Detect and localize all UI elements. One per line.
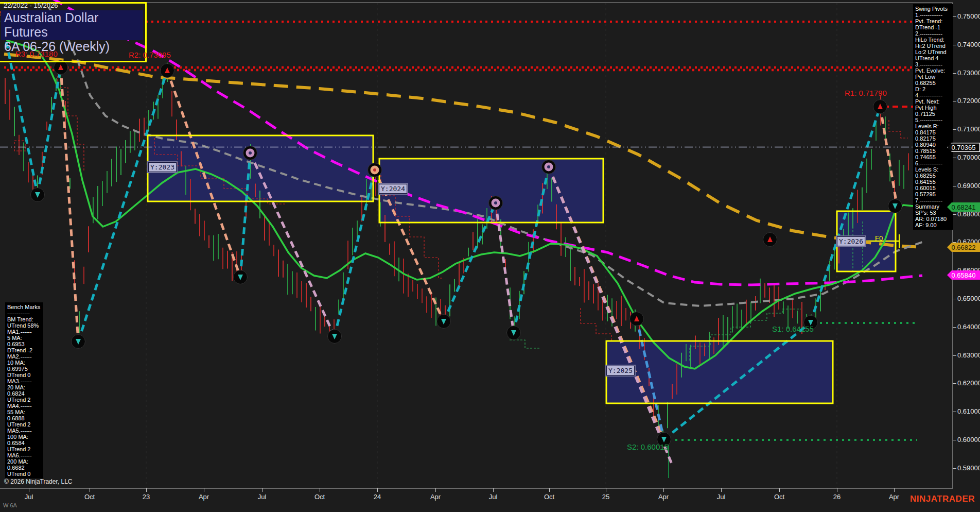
instrument-tag: W 6A: [3, 502, 17, 508]
panel-line: 0.6888: [7, 415, 41, 421]
panel-line: 0.6824: [7, 390, 41, 397]
time-tick-label: 24: [374, 493, 381, 501]
pivot-high: [161, 64, 174, 78]
copyright-label: © 2026 NinjaTrader, LLC: [4, 478, 72, 485]
panel-line: 0.69975: [7, 366, 41, 372]
panel-line: 1.------------: [915, 12, 951, 18]
price-tick: [953, 299, 956, 299]
price-tick: [953, 101, 956, 101]
panel-line: Pvt. Evolve:: [915, 67, 951, 74]
time-tick: [493, 488, 494, 492]
f0-level-label: F0: [875, 234, 883, 242]
pivot-low: [234, 270, 248, 284]
time-tick-label: 26: [833, 493, 841, 501]
panel-line: 200 MA:: [7, 458, 41, 465]
panel-line: MA3.------: [7, 378, 41, 384]
year-chip-2024[interactable]: Y:2024: [379, 184, 407, 194]
pivot-low: [437, 315, 451, 329]
panel-line: 3.------------: [915, 61, 951, 67]
time-tick-label: Apr: [199, 493, 209, 501]
panel-line: Levels S:: [915, 166, 951, 173]
time-tick-label: Apr: [430, 493, 441, 501]
price-tick-label: 0.60000: [957, 436, 980, 443]
time-tick-label: Oct: [544, 493, 554, 501]
pivot-high: [873, 100, 887, 114]
year-chip-2023[interactable]: Y:2023: [148, 162, 177, 172]
price-tick: [953, 412, 956, 412]
time-tick: [721, 488, 722, 492]
price-tick: [953, 129, 956, 130]
panel-line: Pvt. Next:: [915, 98, 951, 105]
s2-level-label: S2: 0.60015: [627, 442, 669, 451]
pivot-orange: [368, 163, 382, 177]
panel-line: MA4.------: [7, 403, 41, 409]
chart-window[interactable]: 65 22/2022 - 15/2026 Australian Dollar F…: [0, 0, 980, 512]
panel-line: 0.82175: [915, 135, 951, 142]
panel-line: 0.84175: [915, 129, 951, 135]
panel-line: 6.------------: [915, 160, 951, 166]
pivot-purple: [243, 146, 257, 160]
time-tick: [146, 488, 147, 492]
time-tick: [549, 488, 550, 492]
price-marker: 0.68241: [947, 202, 980, 212]
time-tick-label: Oct: [774, 493, 784, 501]
panel-line: 0.68255: [915, 173, 951, 179]
price-tick: [953, 468, 956, 469]
date-range-label: 22/2022 - 15/2026: [4, 2, 58, 9]
price-tick-label: 0.71000: [957, 125, 980, 133]
price-tick-label: 0.72000: [957, 97, 980, 105]
price-tick: [953, 440, 956, 440]
panel-line: 2.------------: [915, 30, 951, 37]
year-chip-2026[interactable]: Y:2026: [837, 236, 865, 246]
s1-level-label: S1: 0.64155: [772, 325, 814, 333]
price-marker: 0.66822: [947, 243, 980, 252]
panel-line: 20 MA:: [7, 384, 41, 390]
price-tick: [953, 158, 956, 158]
year-chip-2025[interactable]: Y:2025: [606, 366, 635, 376]
panel-line: Summary: [915, 203, 951, 210]
panel-line: UTrend 0: [7, 471, 41, 477]
panel-line: 10 MA:: [7, 360, 41, 366]
time-tick: [435, 488, 436, 492]
pivot-high: [630, 312, 644, 326]
time-tick-label: Apr: [658, 493, 669, 501]
price-tick: [953, 214, 956, 215]
panel-line: 5 MA:: [7, 335, 41, 341]
panel-line: MA5.------: [7, 428, 41, 434]
panel-line: 0.6584: [7, 440, 41, 446]
panel-line: Lo:2 UTrend: [915, 49, 951, 55]
bench-marks-panel: Bench Marks------------BM Trend:UTrend 5…: [5, 302, 43, 479]
pivot-purple: [489, 196, 503, 210]
time-tick: [779, 488, 780, 492]
panel-line: 0.64155: [915, 179, 951, 185]
r2-level-label: R2: 0.73095: [129, 50, 171, 59]
pivot-high: [763, 233, 777, 247]
panel-line: Pvt. Trend:: [915, 18, 951, 24]
panel-line: AR: 0.07180: [915, 216, 951, 222]
chart-surface[interactable]: [0, 0, 980, 512]
r1-level-label: R1: 0.71790: [845, 89, 887, 97]
panel-line: 0.60015: [915, 185, 951, 191]
panel-line: UTrend 4: [915, 55, 951, 61]
price-tick-label: 0.74000: [957, 41, 980, 48]
panel-line: DTrend -1: [915, 24, 951, 30]
price-tick-label: 0.61000: [957, 407, 980, 415]
time-tick: [29, 488, 29, 492]
panel-line: 0.80940: [915, 142, 951, 148]
panel-line: Swing Pivots: [915, 6, 951, 12]
panel-line: MA2.------: [7, 353, 41, 360]
time-tick: [663, 488, 664, 492]
price-tick-label: 0.73000: [957, 69, 980, 77]
panel-line: 0.68255: [915, 80, 951, 86]
time-tick-label: 25: [602, 493, 609, 501]
price-tick: [953, 242, 956, 243]
time-tick: [262, 488, 262, 492]
panel-line: AF: 9.00: [915, 222, 951, 228]
panel-line: 5.------------: [915, 117, 951, 123]
time-tick: [894, 488, 895, 492]
panel-line: 0.6682: [7, 465, 41, 471]
panel-line: Pvt High: [915, 105, 951, 111]
time-tick-label: Jul: [717, 493, 726, 501]
time-tick: [377, 488, 378, 492]
pivot-low: [72, 335, 85, 349]
